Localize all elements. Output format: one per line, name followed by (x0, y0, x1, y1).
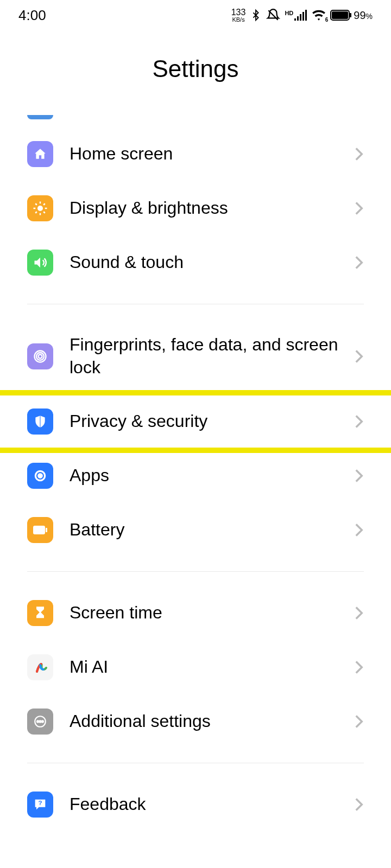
more-icon (27, 709, 53, 735)
network-speed: 133 KB/s (231, 8, 246, 23)
chevron-right-icon (354, 660, 364, 675)
divider (27, 571, 364, 572)
svg-line-13 (35, 203, 37, 205)
bluetooth-icon (250, 8, 262, 22)
highlight-box: Privacy & security (5, 394, 391, 449)
row-battery[interactable]: Battery (27, 503, 364, 557)
chevron-right-icon (354, 522, 364, 538)
row-home-screen[interactable]: Home screen (27, 127, 364, 181)
svg-rect-23 (46, 528, 47, 532)
svg-rect-6 (332, 11, 348, 19)
row-label: Sound & touch (70, 251, 354, 274)
svg-rect-7 (350, 13, 351, 17)
svg-line-16 (43, 203, 45, 205)
svg-point-17 (39, 355, 42, 359)
hourglass-icon (27, 600, 53, 626)
row-privacy-security[interactable]: Privacy & security (27, 394, 364, 449)
row-label: Feedback (70, 793, 354, 816)
svg-point-26 (39, 720, 41, 722)
svg-rect-2 (300, 14, 301, 21)
mi-ai-icon (27, 654, 53, 680)
svg-line-15 (35, 212, 37, 213)
row-label: Apps (70, 464, 354, 487)
svg-rect-1 (297, 16, 299, 21)
row-mi-ai[interactable]: Mi AI (27, 640, 364, 694)
chevron-right-icon (354, 797, 364, 812)
apps-icon (27, 463, 53, 489)
chevron-right-icon (354, 468, 364, 483)
svg-point-27 (42, 720, 43, 722)
battery-icon: 99% (330, 9, 373, 22)
row-screen-time[interactable]: Screen time (27, 586, 364, 640)
chevron-right-icon (354, 349, 364, 364)
row-label: Privacy & security (70, 410, 354, 433)
feedback-icon: ? (27, 792, 53, 818)
row-label: Home screen (70, 143, 354, 165)
notifications-off-icon (266, 8, 280, 22)
fingerprint-icon (27, 343, 53, 369)
page-title: Settings (0, 55, 391, 82)
chevron-right-icon (354, 146, 364, 162)
brightness-icon (27, 195, 53, 221)
row-label: Mi AI (70, 656, 354, 679)
status-indicators: 133 KB/s HD 6 99% (231, 8, 373, 23)
chevron-right-icon (354, 714, 364, 729)
partial-row-top (27, 98, 364, 120)
chevron-right-icon (354, 201, 364, 216)
row-label: Fingerprints, face data, and screen lock (70, 334, 354, 379)
shield-icon (27, 409, 53, 435)
battery-row-icon (27, 517, 53, 543)
status-time: 4:00 (18, 7, 46, 24)
home-icon (27, 141, 53, 167)
svg-rect-22 (33, 526, 45, 534)
row-display-brightness[interactable]: Display & brightness (27, 181, 364, 235)
svg-point-8 (37, 206, 43, 211)
svg-point-25 (37, 720, 39, 722)
status-bar: 4:00 133 KB/s HD 6 99% (0, 0, 391, 30)
row-label: Battery (70, 519, 354, 541)
sound-icon (27, 250, 53, 276)
svg-rect-0 (294, 18, 296, 21)
row-additional-settings[interactable]: Additional settings (27, 694, 364, 749)
row-label: Additional settings (70, 710, 354, 733)
wifi-icon: 6 (312, 10, 326, 21)
settings-list: Home screen Display & brightness Sound &… (0, 98, 391, 832)
divider (27, 763, 364, 763)
svg-point-21 (39, 474, 42, 478)
svg-text:?: ? (38, 799, 42, 806)
svg-line-14 (43, 212, 45, 213)
row-fingerprints[interactable]: Fingerprints, face data, and screen lock (27, 318, 364, 394)
row-feedback[interactable]: ? Feedback (27, 777, 364, 832)
svg-point-18 (36, 353, 44, 360)
chevron-right-icon (354, 414, 364, 429)
row-apps[interactable]: Apps (27, 449, 364, 503)
hd-signal-icon: HD (285, 10, 307, 21)
svg-rect-4 (305, 10, 307, 21)
row-sound-touch[interactable]: Sound & touch (27, 235, 364, 290)
svg-rect-3 (302, 12, 304, 21)
row-label: Display & brightness (70, 197, 354, 220)
divider (27, 304, 364, 304)
chevron-right-icon (354, 255, 364, 270)
chevron-right-icon (354, 605, 364, 621)
row-label: Screen time (70, 602, 354, 624)
